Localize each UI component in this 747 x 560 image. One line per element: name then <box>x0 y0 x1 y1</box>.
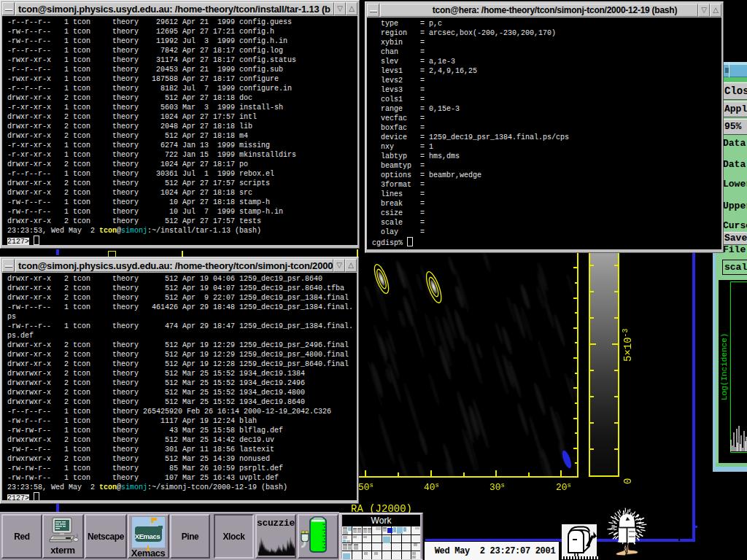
svg-text:xterm: xterm <box>50 545 74 556</box>
svg-text:Log(Incidence): Log(Incidence) <box>720 333 729 400</box>
svg-text:XEmacs: XEmacs <box>135 532 160 540</box>
svg-text:Xemacs: Xemacs <box>131 548 166 557</box>
